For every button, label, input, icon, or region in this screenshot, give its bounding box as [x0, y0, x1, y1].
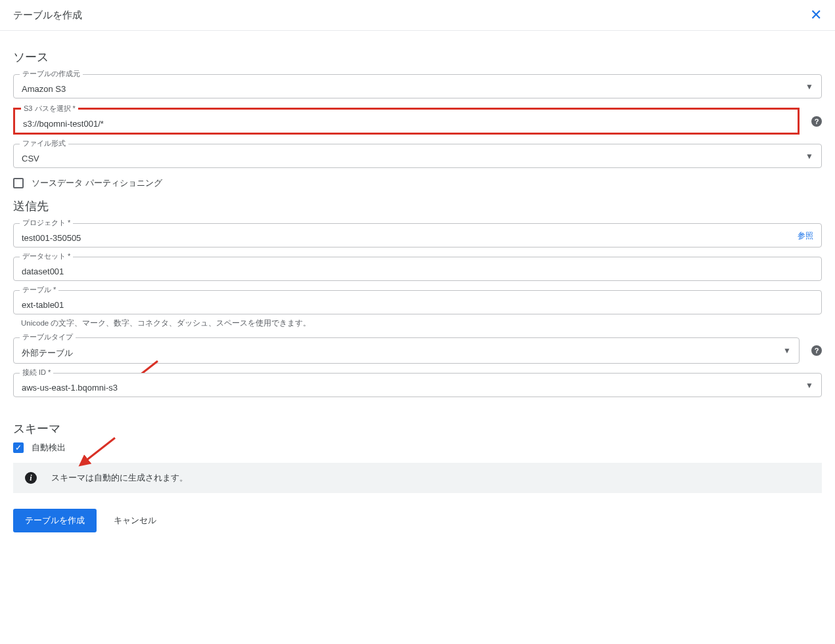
cancel-button[interactable]: キャンセル: [114, 515, 156, 526]
create-from-select[interactable]: テーブルの作成元 Amazon S3 ▼: [13, 74, 822, 98]
auto-detect-label: 自動検出: [32, 442, 66, 454]
s3-path-label: S3 パスを選択 *: [21, 104, 78, 114]
connection-id-select[interactable]: 接続 ID * aws-us-east-1.bqomni-s3 ▼: [13, 373, 822, 397]
dataset-value: dataset001: [22, 257, 813, 276]
help-icon[interactable]: ?: [811, 345, 822, 356]
source-section-title: ソース: [13, 49, 822, 65]
browse-button[interactable]: 参照: [798, 230, 813, 241]
connection-id-value: aws-us-east-1.bqomni-s3: [22, 374, 813, 393]
table-type-label: テーブルタイプ: [20, 332, 76, 342]
s3-path-value: s3://bqomni-test001/*: [23, 110, 790, 129]
source-partitioning-label: ソースデータ パーティショニング: [32, 177, 162, 189]
chevron-down-icon: ▼: [805, 152, 813, 161]
table-helper-text: Unicode の文字、マーク、数字、コネクタ、ダッシュ、スペースを使用できます…: [21, 318, 822, 328]
source-partitioning-checkbox[interactable]: ソースデータ パーティショニング: [13, 177, 822, 189]
table-type-select[interactable]: テーブルタイプ 外部テーブル ▼: [13, 337, 800, 364]
info-icon: i: [25, 472, 37, 484]
dialog-title: テーブルを作成: [13, 9, 82, 22]
dataset-label: データセット *: [20, 251, 73, 261]
checkbox-checked-icon: ✓: [13, 442, 24, 453]
chevron-down-icon: ▼: [783, 346, 791, 355]
file-format-label: ファイル形式: [20, 139, 68, 148]
project-value: test001-350505: [22, 224, 813, 243]
chevron-down-icon: ▼: [805, 82, 813, 91]
table-value: ext-table01: [22, 291, 813, 310]
connection-id-label: 接続 ID *: [20, 368, 53, 377]
chevron-down-icon: ▼: [805, 381, 813, 390]
help-icon[interactable]: ?: [811, 116, 822, 127]
project-input[interactable]: プロジェクト * test001-350505 参照: [13, 223, 822, 247]
table-input[interactable]: テーブル * ext-table01: [13, 290, 822, 314]
table-type-value: 外部テーブル: [22, 338, 791, 359]
project-label: プロジェクト *: [20, 218, 73, 228]
close-icon[interactable]: ✕: [810, 7, 822, 24]
schema-info-text: スキーマは自動的に生成されます。: [51, 472, 188, 484]
schema-section-title: スキーマ: [13, 421, 822, 437]
create-from-label: テーブルの作成元: [20, 69, 83, 79]
file-format-value: CSV: [22, 144, 813, 163]
schema-info-banner: i スキーマは自動的に生成されます。: [13, 463, 822, 493]
table-label: テーブル *: [20, 285, 58, 295]
auto-detect-checkbox[interactable]: ✓ 自動検出: [13, 442, 822, 454]
checkbox-unchecked-icon: [13, 178, 24, 188]
create-from-value: Amazon S3: [22, 75, 813, 94]
file-format-select[interactable]: ファイル形式 CSV ▼: [13, 144, 822, 168]
s3-path-input[interactable]: S3 パスを選択 * s3://bqomni-test001/*: [13, 108, 800, 135]
destination-section-title: 送信先: [13, 198, 822, 214]
create-table-button[interactable]: テーブルを作成: [13, 509, 97, 532]
dataset-input[interactable]: データセット * dataset001: [13, 257, 822, 281]
